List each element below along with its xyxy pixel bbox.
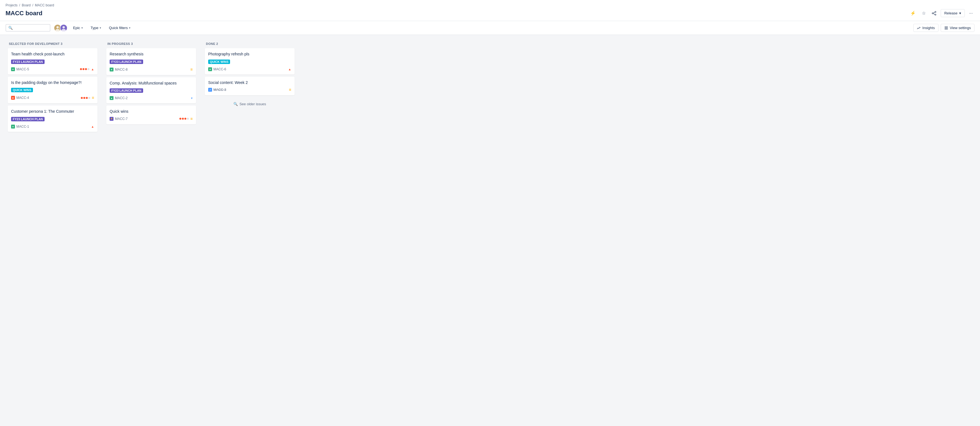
- card-footer: ⚡ MACC-7 =: [110, 116, 192, 121]
- svg-rect-11: [945, 27, 948, 27]
- column-header-done: DONE 2: [203, 39, 297, 48]
- column-cards-inprogress: Research synthesis FY23 LAUNCH PLAN ▲ MA…: [104, 48, 198, 420]
- bug-icon: ■: [11, 96, 15, 100]
- card-id: ▲ MACC-8: [110, 68, 127, 72]
- card-footer: ✓ MACC-3 =: [208, 88, 291, 92]
- insights-label: Insights: [923, 26, 935, 30]
- card-title: Is the padding dodgy on the homepage?!: [11, 80, 94, 86]
- column-cards-selected: Team health check post-launch FY23 LAUNC…: [6, 48, 100, 420]
- column-selected: SELECTED FOR DEVELOPMENT 3 Team health c…: [6, 39, 100, 420]
- breadcrumb-projects[interactable]: Projects: [6, 3, 18, 7]
- breadcrumb-board[interactable]: Board: [22, 3, 31, 7]
- card[interactable]: Quick wins ⚡ MACC-7 =: [106, 105, 196, 124]
- toolbar-right: Insights View settings: [913, 24, 974, 32]
- svg-point-9: [62, 26, 65, 29]
- card-label: QUICK WINS: [208, 59, 230, 64]
- card-footer: ▲ MACC-6 ▲: [208, 67, 291, 71]
- story-icon: ▲: [11, 124, 15, 129]
- svg-rect-13: [945, 29, 948, 29]
- svg-point-2: [935, 14, 936, 15]
- more-icon: ···: [969, 11, 973, 16]
- card-title: Research synthesis: [110, 51, 192, 57]
- svg-point-0: [935, 11, 936, 13]
- card-label: FY23 LAUNCH PLAN: [110, 59, 143, 64]
- column-header-selected: SELECTED FOR DEVELOPMENT 3: [6, 39, 100, 48]
- search-icon: 🔍: [233, 102, 238, 106]
- card-meta: =: [180, 116, 192, 121]
- card-label: FY23 LAUNCH PLAN: [110, 88, 143, 93]
- more-button[interactable]: ···: [967, 9, 974, 18]
- card-id: ■ MACC-4: [11, 96, 29, 100]
- svg-point-7: [56, 29, 59, 32]
- card-title: Team health check post-launch: [11, 51, 94, 57]
- toolbar: 🔍: [0, 21, 980, 35]
- breadcrumb-current: MACC board: [35, 3, 54, 7]
- card[interactable]: Customer persona 1: The Commuter FY23 LA…: [8, 105, 97, 132]
- equals-icon: =: [191, 116, 192, 121]
- card[interactable]: Is the padding dodgy on the homepage?! Q…: [8, 77, 97, 104]
- story-icon: ▲: [110, 96, 113, 100]
- card-title: Customer persona 1: The Commuter: [11, 109, 94, 114]
- header-actions: ⚡ ☆ Release ▾ ···: [908, 9, 974, 18]
- chevron-up-icon: ▲: [288, 68, 291, 71]
- search-input[interactable]: [14, 26, 48, 30]
- epic-chevron-icon: ▾: [81, 26, 83, 29]
- release-button[interactable]: Release ▾: [941, 9, 965, 17]
- lightning-button[interactable]: ⚡: [908, 9, 918, 18]
- column-done: DONE 2 Photography refresh pls QUICK WIN…: [203, 39, 297, 420]
- svg-point-1: [932, 13, 933, 14]
- insights-icon: [917, 26, 921, 30]
- card[interactable]: Comp. Analysis: Multifunctional spaces F…: [106, 77, 196, 104]
- svg-point-10: [62, 29, 65, 32]
- card-id: ✓ MACC-3: [208, 88, 226, 92]
- quick-filters-button[interactable]: Quick filters ▾: [107, 25, 133, 31]
- board: SELECTED FOR DEVELOPMENT 3 Team health c…: [0, 35, 980, 425]
- card-id: ▲ MACC-1: [11, 124, 29, 129]
- card-footer: ▲ MACC-5 ▲: [11, 67, 94, 71]
- column-inprogress: IN PROGRESS 3 Research synthesis FY23 LA…: [104, 39, 198, 420]
- svg-rect-12: [945, 28, 948, 28]
- priority-dots: [81, 97, 90, 99]
- share-button[interactable]: [930, 10, 938, 17]
- star-button[interactable]: ☆: [920, 9, 928, 18]
- story-icon: ▲: [110, 68, 113, 72]
- priority-dots: [80, 68, 89, 70]
- card-meta: ▲: [288, 68, 291, 71]
- column-header-inprogress: IN PROGRESS 3: [104, 39, 198, 48]
- see-older-issues[interactable]: 🔍See older issues: [205, 97, 294, 110]
- chevron-down-icon: ▾: [959, 11, 961, 15]
- card-title: Social content: Week 2: [208, 80, 291, 86]
- avatar-group: [54, 24, 68, 32]
- breadcrumb: Projects / Board / MACC board: [6, 3, 974, 7]
- card-meta: =: [81, 96, 94, 100]
- card-meta: ▲: [91, 125, 94, 128]
- svg-line-3: [933, 12, 935, 13]
- avatar-2[interactable]: [60, 24, 68, 32]
- card-label: FY23 LAUNCH PLAN: [11, 117, 45, 121]
- view-settings-label: View settings: [950, 26, 971, 30]
- view-settings-button[interactable]: View settings: [941, 24, 974, 32]
- check-icon: ✓: [208, 88, 212, 92]
- search-box[interactable]: 🔍: [6, 24, 50, 32]
- insights-button[interactable]: Insights: [913, 24, 939, 32]
- chevron-up-icon: ▲: [91, 125, 94, 128]
- equals-icon: =: [191, 67, 192, 72]
- epic-label: Epic: [73, 26, 80, 30]
- card[interactable]: Social content: Week 2 ✓ MACC-3 =: [205, 77, 294, 96]
- chevron-up-icon: ▲: [91, 68, 94, 71]
- view-settings-icon: [944, 26, 948, 30]
- type-filter-button[interactable]: Type ▾: [88, 25, 103, 31]
- card-footer: ■ MACC-4 =: [11, 96, 94, 100]
- equals-icon: =: [92, 96, 94, 100]
- card-title: Quick wins: [110, 109, 192, 114]
- type-chevron-icon: ▾: [100, 26, 101, 29]
- card[interactable]: Photography refresh pls QUICK WINS ▲ MAC…: [205, 48, 294, 75]
- epic-filter-button[interactable]: Epic ▾: [71, 25, 85, 31]
- card[interactable]: Research synthesis FY23 LAUNCH PLAN ▲ MA…: [106, 48, 196, 75]
- svg-point-6: [56, 26, 59, 29]
- card-id: ▲ MACC-2: [110, 96, 127, 100]
- column-cards-done: Photography refresh pls QUICK WINS ▲ MAC…: [203, 48, 297, 420]
- chevron-down-icon: ▾: [191, 96, 192, 100]
- card-meta: ▾: [191, 96, 192, 100]
- card[interactable]: Team health check post-launch FY23 LAUNC…: [8, 48, 97, 75]
